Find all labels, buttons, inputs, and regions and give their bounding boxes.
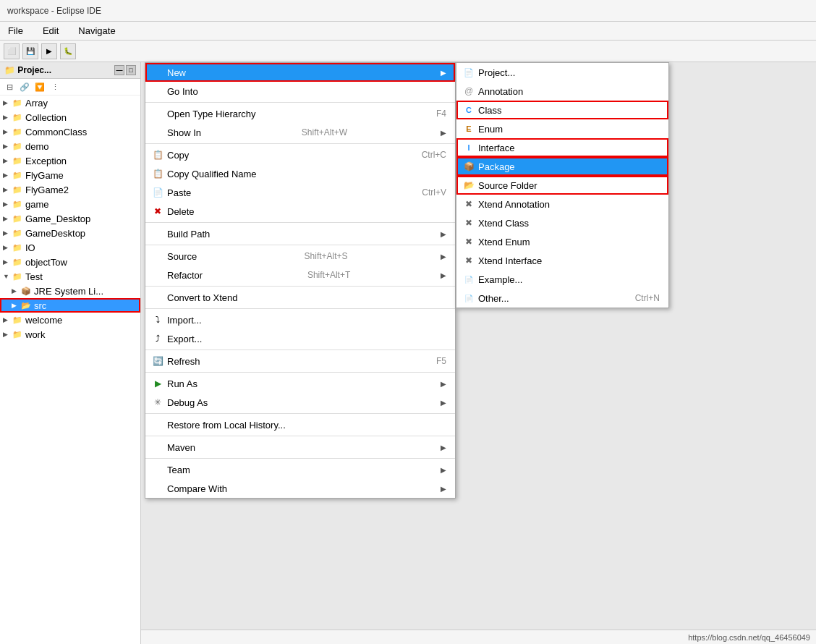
menu-item-import[interactable]: ⤵ Import... xyxy=(145,310,455,329)
submenu-item-label: Interface xyxy=(478,143,515,153)
submenu-item-annotation[interactable]: @ Annotation xyxy=(456,82,668,101)
context-menu-main: New ▶ Go Into Open Type Hierarchy F4 Sho… xyxy=(145,62,456,499)
submenu-item-other[interactable]: 📄 Other... Ctrl+N xyxy=(456,289,668,308)
collapse-all-btn[interactable]: ⊟ xyxy=(3,80,16,93)
tree-label: work xyxy=(25,329,45,340)
menu-item-export[interactable]: ⤴ Export... xyxy=(145,329,455,348)
tree-item-flygame[interactable]: ▶ 📁 FlyGame xyxy=(0,168,140,182)
submenu-item-label: Class xyxy=(478,105,502,116)
tree-item-gamedesktop[interactable]: ▶ 📁 Game_Desktop xyxy=(0,211,140,226)
project-icon: 📁 xyxy=(12,140,23,152)
submenu-item-source-folder[interactable]: 📂 Source Folder xyxy=(456,176,668,195)
menu-item-opentypehierarchy[interactable]: Open Type Hierarchy F4 xyxy=(145,104,455,123)
menu-item-showin[interactable]: Show In Shift+Alt+W ▶ xyxy=(145,123,455,142)
submenu-item-enum[interactable]: E Enum xyxy=(456,119,668,138)
menu-item-runas[interactable]: ▶ Run As ▶ xyxy=(145,374,455,393)
submenu-item-xtend-annotation[interactable]: ✖ Xtend Annotation xyxy=(456,195,668,213)
toolbar-debug-btn[interactable]: 🐛 xyxy=(60,43,76,59)
menu-item-restore-history[interactable]: Restore from Local History... xyxy=(145,415,455,434)
toolbar-new-btn[interactable]: ⬜ xyxy=(4,43,20,59)
package-icon: 📦 xyxy=(462,160,475,173)
submenu-item-example[interactable]: 📄 Example... xyxy=(456,270,668,289)
menu-item-label: Maven xyxy=(167,442,195,453)
refresh-icon: 🔄 xyxy=(151,355,164,368)
tree-item-jre[interactable]: ▶ 📦 JRE System Li... xyxy=(0,284,140,298)
tree-item-demo[interactable]: ▶ 📁 demo xyxy=(0,139,140,153)
submenu-item-label: Xtend Class xyxy=(478,218,529,229)
tree-item-exception[interactable]: ▶ 📁 Exception xyxy=(0,153,140,168)
submenu-item-class[interactable]: C Class xyxy=(456,101,668,119)
menu-item-label: Source xyxy=(167,251,197,262)
shortcut-label: Ctrl+V xyxy=(407,187,446,198)
class-icon: C xyxy=(462,103,475,116)
tree-item-io[interactable]: ▶ 📁 IO xyxy=(0,240,140,255)
tree-item-array[interactable]: ▶ 📁 Array xyxy=(0,96,140,110)
submenu-arrow: ▶ xyxy=(441,271,446,279)
menu-item-label: Compare With xyxy=(167,483,227,494)
menu-item-debugas[interactable]: ✳ Debug As ▶ xyxy=(145,393,455,412)
menu-item-new[interactable]: New ▶ xyxy=(145,63,455,82)
submenu-arrow: ▶ xyxy=(441,129,446,137)
tree-item-test[interactable]: ▼ 📁 Test xyxy=(0,269,140,284)
submenu-item-project[interactable]: 📄 Project... xyxy=(456,63,668,82)
tree-item-collection[interactable]: ▶ 📁 Collection xyxy=(0,110,140,124)
menu-item-maven[interactable]: Maven ▶ xyxy=(145,438,455,457)
menu-item-team[interactable]: Team ▶ xyxy=(145,460,455,479)
menu-bar: File Edit Navigate xyxy=(0,22,816,41)
tree-item-work[interactable]: ▶ 📁 work xyxy=(0,327,140,342)
showin-icon xyxy=(151,126,164,139)
toolbar-save-btn[interactable]: 💾 xyxy=(22,43,38,59)
menu-item-refresh[interactable]: 🔄 Refresh F5 xyxy=(145,352,455,370)
menu-item-copy[interactable]: 📋 Copy Ctrl+C xyxy=(145,145,455,164)
submenu-item-interface[interactable]: I Interface xyxy=(456,138,668,157)
project-icon: 📁 xyxy=(12,227,23,239)
menu-item-convert-xtend[interactable]: Convert to Xtend xyxy=(145,288,455,307)
sidebar-toolbar: ⊟ 🔗 🔽 ⋮ xyxy=(0,79,140,96)
tree-label: game xyxy=(25,199,49,210)
menu-edit[interactable]: Edit xyxy=(38,24,63,38)
arrow-icon: ▶ xyxy=(3,229,12,237)
tree-label: welcome xyxy=(25,315,62,326)
tree-item-game[interactable]: ▶ 📁 game xyxy=(0,197,140,211)
filter-btn[interactable]: 🔽 xyxy=(33,80,46,93)
submenu-item-package[interactable]: 📦 Package xyxy=(456,157,668,176)
arrow-icon: ▶ xyxy=(3,143,12,150)
menu-item-delete[interactable]: ✖ Delete xyxy=(145,202,455,221)
menu-item-refactor[interactable]: Refactor Shift+Alt+T ▶ xyxy=(145,266,455,284)
menu-item-label: Team xyxy=(167,465,190,475)
link-btn[interactable]: 🔗 xyxy=(18,80,31,93)
tree-item-objecttow[interactable]: ▶ 📁 objectTow xyxy=(0,255,140,269)
gointo-icon xyxy=(151,85,164,98)
menu-item-source[interactable]: Source Shift+Alt+S ▶ xyxy=(145,247,455,266)
more-btn[interactable]: ⋮ xyxy=(48,80,61,93)
submenu-item-xtend-interface[interactable]: ✖ Xtend Interface xyxy=(456,251,668,270)
maven-icon xyxy=(151,441,164,454)
menu-file[interactable]: File xyxy=(4,24,27,38)
content-area: New ▶ Go Into Open Type Hierarchy F4 Sho… xyxy=(141,62,816,644)
toolbar-run-btn[interactable]: ▶ xyxy=(41,43,57,59)
xtend-class-icon: ✖ xyxy=(462,216,475,229)
submenu-item-xtend-enum[interactable]: ✖ Xtend Enum xyxy=(456,232,668,251)
toolbar: ⬜ 💾 ▶ 🐛 xyxy=(0,41,816,62)
menu-item-gointo[interactable]: Go Into xyxy=(145,82,455,101)
tree-label: Game_Desktop xyxy=(25,213,90,224)
sidebar-minimize-btn[interactable]: — xyxy=(114,65,124,75)
menu-item-buildpath[interactable]: Build Path ▶ xyxy=(145,224,455,243)
tree-item-src[interactable]: ▶ 📂 src xyxy=(0,298,140,313)
project-icon: 📁 xyxy=(12,329,23,340)
tree-item-commonclass[interactable]: ▶ 📁 CommonClass xyxy=(0,124,140,139)
tree-item-welcome[interactable]: ▶ 📁 welcome xyxy=(0,313,140,327)
shortcut-label: Ctrl+N xyxy=(621,293,660,303)
project-icon: 📁 xyxy=(12,155,23,166)
tree-label: src xyxy=(34,300,46,311)
menu-item-compare[interactable]: Compare With ▶ xyxy=(145,479,455,498)
shortcut-label: Shift+Alt+T xyxy=(293,270,350,280)
menu-item-copy-qualified[interactable]: 📋 Copy Qualified Name xyxy=(145,164,455,183)
source-icon xyxy=(151,250,164,263)
tree-item-gamedesktop2[interactable]: ▶ 📁 GameDesktop xyxy=(0,226,140,240)
menu-item-paste[interactable]: 📄 Paste Ctrl+V xyxy=(145,183,455,202)
sidebar-maximize-btn[interactable]: □ xyxy=(126,65,136,75)
menu-navigate[interactable]: Navigate xyxy=(74,24,119,38)
tree-item-flygame2[interactable]: ▶ 📁 FlyGame2 xyxy=(0,182,140,197)
submenu-item-xtend-class[interactable]: ✖ Xtend Class xyxy=(456,213,668,232)
